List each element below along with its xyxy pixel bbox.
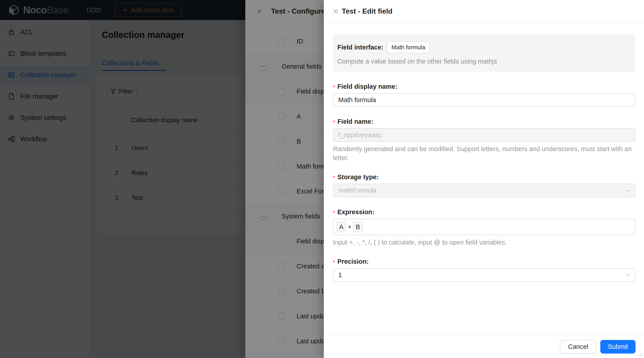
storage-type-select: mathFormula xyxy=(333,184,636,197)
required-marker: * xyxy=(333,117,336,126)
required-marker: * xyxy=(333,82,336,91)
drawer-header: Test - Edit field xyxy=(324,0,644,23)
expression-operator: + xyxy=(348,223,352,231)
submit-button[interactable]: Submit xyxy=(600,340,636,354)
edit-field-form: Field interface: Math formula Compute a … xyxy=(324,23,644,335)
drawer-footer: Cancel Submit xyxy=(324,335,644,358)
expression-editor[interactable]: A + B xyxy=(333,219,636,235)
form-item-field-display-name: * Field display name: xyxy=(333,82,636,107)
required-marker: * xyxy=(333,208,336,216)
cancel-button[interactable]: Cancel xyxy=(560,340,596,354)
form-item-field-name: * Field name: Randomly generated and can… xyxy=(333,116,636,162)
resize-handle-icon[interactable] xyxy=(637,351,643,357)
form-item-storage-type: * Storage type: mathFormula xyxy=(333,172,636,197)
drawer-title: Test - Edit field xyxy=(342,7,392,16)
required-marker: * xyxy=(333,172,336,182)
form-item-precision: * Precision: 1 xyxy=(333,256,636,282)
field-display-name-input[interactable] xyxy=(333,93,636,107)
chevron-down-icon xyxy=(625,274,630,276)
field-name-label: Field name: xyxy=(338,118,373,125)
form-item-expression: * Expression: A + B Input +, -, *, /, ( … xyxy=(333,207,636,247)
expression-help: Input +, -, *, /, ( ) to calculate, inpu… xyxy=(333,238,636,247)
close-icon[interactable] xyxy=(333,9,338,14)
field-interface-panel: Field interface: Math formula Compute a … xyxy=(333,34,636,72)
precision-select[interactable]: 1 xyxy=(333,268,636,282)
chevron-down-icon xyxy=(625,189,630,192)
field-interface-tag: Math formula xyxy=(387,41,430,53)
nocobase-app: NocoBase DDD Add menu item ACL Block tem… xyxy=(0,0,644,358)
field-interface-label: Field interface: xyxy=(338,44,383,51)
field-name-input xyxy=(333,128,636,142)
field-name-help: Randomly generated and can be modified. … xyxy=(333,144,636,162)
expression-label: Expression: xyxy=(338,208,374,216)
expression-token: A xyxy=(336,222,346,232)
edit-field-drawer: Test - Edit field Field interface: Math … xyxy=(324,0,644,358)
storage-type-label: Storage type: xyxy=(338,174,379,181)
precision-label: Precision: xyxy=(338,258,368,265)
required-marker: * xyxy=(333,257,336,266)
field-display-name-label: Field display name: xyxy=(338,83,397,90)
expression-token: B xyxy=(353,222,362,232)
field-interface-description: Compute a value based on the other field… xyxy=(338,58,630,65)
